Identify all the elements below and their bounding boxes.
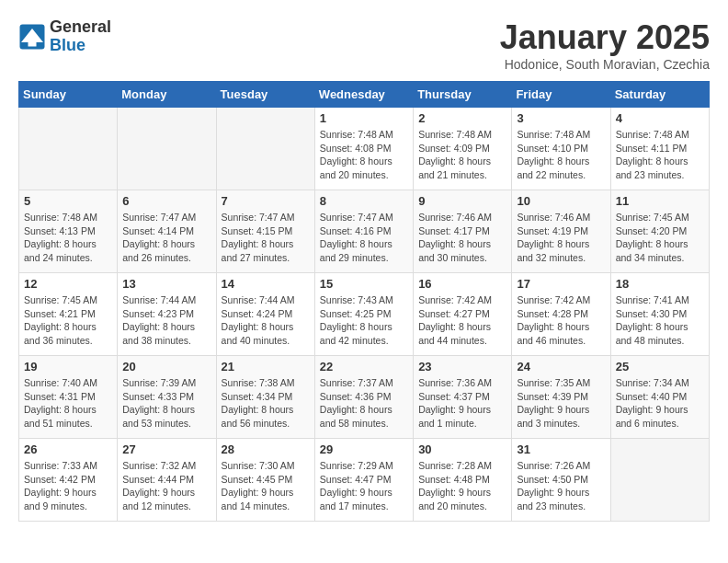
day-number: 25 [616, 360, 704, 373]
day-info: Sunrise: 7:46 AM Sunset: 4:19 PM Dayligh… [517, 211, 605, 265]
day-info: Sunrise: 7:26 AM Sunset: 4:50 PM Dayligh… [517, 459, 605, 513]
day-info: Sunrise: 7:48 AM Sunset: 4:10 PM Dayligh… [517, 128, 605, 182]
day-number: 11 [616, 194, 704, 208]
day-info: Sunrise: 7:42 AM Sunset: 4:27 PM Dayligh… [418, 293, 506, 348]
calendar-week-row: 19Sunrise: 7:40 AM Sunset: 4:31 PM Dayli… [19, 356, 710, 439]
table-row: 29Sunrise: 7:29 AM Sunset: 4:47 PM Dayli… [314, 439, 413, 522]
day-info: Sunrise: 7:34 AM Sunset: 4:40 PM Dayligh… [616, 376, 704, 431]
calendar-week-row: 26Sunrise: 7:33 AM Sunset: 4:42 PM Dayli… [19, 439, 710, 522]
day-number: 28 [222, 442, 310, 456]
logo: General Blue [18, 18, 111, 55]
day-info: Sunrise: 7:46 AM Sunset: 4:17 PM Dayligh… [418, 211, 506, 265]
day-info: Sunrise: 7:42 AM Sunset: 4:28 PM Dayligh… [517, 293, 605, 348]
month-title: January 2025 [500, 18, 710, 57]
header-thursday: Thursday [414, 82, 512, 108]
day-number: 2 [418, 111, 506, 125]
table-row: 22Sunrise: 7:37 AM Sunset: 4:36 PM Dayli… [314, 356, 413, 439]
table-row: 26Sunrise: 7:33 AM Sunset: 4:42 PM Dayli… [19, 439, 118, 522]
day-info: Sunrise: 7:30 AM Sunset: 4:45 PM Dayligh… [222, 459, 310, 513]
day-info: Sunrise: 7:47 AM Sunset: 4:15 PM Dayligh… [222, 211, 310, 265]
day-number: 6 [122, 194, 210, 208]
day-number: 10 [517, 194, 605, 208]
title-block: January 2025 Hodonice, South Moravian, C… [500, 18, 710, 72]
day-number: 24 [517, 360, 605, 373]
header-saturday: Saturday [610, 82, 709, 108]
day-number: 7 [222, 194, 310, 208]
day-number: 13 [122, 277, 210, 291]
day-number: 27 [122, 442, 210, 456]
day-info: Sunrise: 7:40 AM Sunset: 4:31 PM Dayligh… [24, 376, 112, 431]
day-number: 15 [320, 277, 408, 291]
day-info: Sunrise: 7:44 AM Sunset: 4:24 PM Dayligh… [222, 293, 310, 348]
day-number: 4 [616, 111, 704, 125]
table-row: 15Sunrise: 7:43 AM Sunset: 4:25 PM Dayli… [314, 273, 413, 356]
table-row: 3Sunrise: 7:48 AM Sunset: 4:10 PM Daylig… [512, 108, 610, 190]
calendar-week-row: 12Sunrise: 7:45 AM Sunset: 4:21 PM Dayli… [19, 273, 710, 356]
header-wednesday: Wednesday [314, 82, 413, 108]
logo-icon [18, 23, 46, 51]
page-header: General Blue January 2025 Hodonice, Sout… [18, 18, 710, 72]
table-row: 5Sunrise: 7:48 AM Sunset: 4:13 PM Daylig… [19, 190, 118, 273]
table-row: 11Sunrise: 7:45 AM Sunset: 4:20 PM Dayli… [610, 190, 709, 273]
day-info: Sunrise: 7:36 AM Sunset: 4:37 PM Dayligh… [418, 376, 506, 431]
day-number: 30 [418, 442, 506, 456]
table-row: 12Sunrise: 7:45 AM Sunset: 4:21 PM Dayli… [19, 273, 118, 356]
table-row: 28Sunrise: 7:30 AM Sunset: 4:45 PM Dayli… [216, 439, 314, 522]
table-row: 16Sunrise: 7:42 AM Sunset: 4:27 PM Dayli… [414, 273, 512, 356]
day-info: Sunrise: 7:37 AM Sunset: 4:36 PM Dayligh… [320, 376, 408, 431]
table-row: 21Sunrise: 7:38 AM Sunset: 4:34 PM Dayli… [216, 356, 314, 439]
day-info: Sunrise: 7:28 AM Sunset: 4:48 PM Dayligh… [418, 459, 506, 513]
table-row: 10Sunrise: 7:46 AM Sunset: 4:19 PM Dayli… [512, 190, 610, 273]
day-number: 17 [517, 277, 605, 291]
calendar-week-row: 5Sunrise: 7:48 AM Sunset: 4:13 PM Daylig… [19, 190, 710, 273]
logo-text: General Blue [50, 18, 111, 55]
day-number: 20 [122, 360, 210, 373]
location-subtitle: Hodonice, South Moravian, Czechia [500, 57, 710, 72]
header-monday: Monday [118, 82, 216, 108]
day-info: Sunrise: 7:38 AM Sunset: 4:34 PM Dayligh… [222, 376, 310, 431]
table-row: 14Sunrise: 7:44 AM Sunset: 4:24 PM Dayli… [216, 273, 314, 356]
table-row [118, 108, 216, 190]
day-number: 19 [24, 360, 112, 373]
table-row [610, 439, 709, 522]
day-number: 12 [24, 277, 112, 291]
weekday-header-row: Sunday Monday Tuesday Wednesday Thursday… [19, 82, 710, 108]
day-number: 14 [222, 277, 310, 291]
table-row: 4Sunrise: 7:48 AM Sunset: 4:11 PM Daylig… [610, 108, 709, 190]
day-info: Sunrise: 7:43 AM Sunset: 4:25 PM Dayligh… [320, 293, 408, 348]
svg-rect-2 [28, 42, 37, 47]
logo-blue: Blue [50, 37, 111, 55]
calendar-table: Sunday Monday Tuesday Wednesday Thursday… [18, 81, 710, 522]
day-number: 8 [320, 194, 408, 208]
day-number: 18 [616, 277, 704, 291]
day-number: 21 [222, 360, 310, 373]
day-info: Sunrise: 7:45 AM Sunset: 4:21 PM Dayligh… [24, 293, 112, 348]
day-info: Sunrise: 7:32 AM Sunset: 4:44 PM Dayligh… [122, 459, 210, 513]
day-info: Sunrise: 7:41 AM Sunset: 4:30 PM Dayligh… [616, 293, 704, 348]
day-number: 5 [24, 194, 112, 208]
table-row: 18Sunrise: 7:41 AM Sunset: 4:30 PM Dayli… [610, 273, 709, 356]
table-row: 17Sunrise: 7:42 AM Sunset: 4:28 PM Dayli… [512, 273, 610, 356]
day-number: 31 [517, 442, 605, 456]
day-number: 22 [320, 360, 408, 373]
table-row: 25Sunrise: 7:34 AM Sunset: 4:40 PM Dayli… [610, 356, 709, 439]
day-info: Sunrise: 7:45 AM Sunset: 4:20 PM Dayligh… [616, 211, 704, 265]
day-number: 3 [517, 111, 605, 125]
logo-general: General [50, 18, 111, 37]
day-info: Sunrise: 7:39 AM Sunset: 4:33 PM Dayligh… [122, 376, 210, 431]
table-row: 30Sunrise: 7:28 AM Sunset: 4:48 PM Dayli… [414, 439, 512, 522]
table-row [19, 108, 118, 190]
day-info: Sunrise: 7:44 AM Sunset: 4:23 PM Dayligh… [122, 293, 210, 348]
table-row: 23Sunrise: 7:36 AM Sunset: 4:37 PM Dayli… [414, 356, 512, 439]
day-number: 23 [418, 360, 506, 373]
day-number: 1 [320, 111, 408, 125]
table-row: 1Sunrise: 7:48 AM Sunset: 4:08 PM Daylig… [314, 108, 413, 190]
day-number: 9 [418, 194, 506, 208]
day-number: 16 [418, 277, 506, 291]
day-info: Sunrise: 7:29 AM Sunset: 4:47 PM Dayligh… [320, 459, 408, 513]
header-sunday: Sunday [19, 82, 118, 108]
table-row: 7Sunrise: 7:47 AM Sunset: 4:15 PM Daylig… [216, 190, 314, 273]
table-row: 20Sunrise: 7:39 AM Sunset: 4:33 PM Dayli… [118, 356, 216, 439]
header-tuesday: Tuesday [216, 82, 314, 108]
calendar-week-row: 1Sunrise: 7:48 AM Sunset: 4:08 PM Daylig… [19, 108, 710, 190]
